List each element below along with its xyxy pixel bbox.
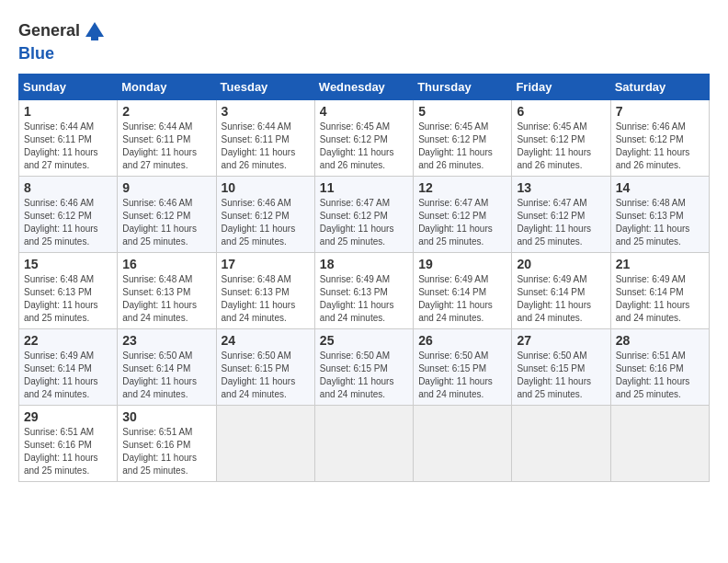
calendar-cell: 18 Sunrise: 6:49 AMSunset: 6:13 PMDaylig… — [314, 252, 413, 328]
day-info: Sunrise: 6:46 AMSunset: 6:12 PMDaylight:… — [122, 198, 197, 247]
calendar-cell — [512, 405, 610, 481]
calendar-cell: 28 Sunrise: 6:51 AMSunset: 6:16 PMDaylig… — [610, 328, 709, 405]
day-number: 8 — [24, 180, 112, 195]
calendar-body: 1 Sunrise: 6:44 AMSunset: 6:11 PMDayligh… — [19, 99, 710, 481]
calendar-cell: 27 Sunrise: 6:50 AMSunset: 6:15 PMDaylig… — [512, 328, 610, 405]
svg-rect-1 — [91, 35, 98, 40]
day-info: Sunrise: 6:51 AMSunset: 6:16 PMDaylight:… — [24, 427, 98, 476]
day-info: Sunrise: 6:51 AMSunset: 6:16 PMDaylight:… — [122, 427, 197, 476]
calendar-cell: 30 Sunrise: 6:51 AMSunset: 6:16 PMDaylig… — [118, 405, 216, 481]
calendar-header-row: SundayMondayTuesdayWednesdayThursdayFrid… — [19, 74, 710, 99]
header: General Blue — [18, 18, 710, 64]
day-number: 4 — [320, 104, 408, 119]
day-info: Sunrise: 6:50 AMSunset: 6:15 PMDaylight:… — [517, 350, 591, 399]
day-number: 25 — [320, 333, 408, 348]
day-info: Sunrise: 6:45 AMSunset: 6:12 PMDaylight:… — [418, 121, 493, 170]
logo: General Blue — [18, 18, 108, 64]
day-number: 15 — [24, 257, 112, 271]
calendar-header-sunday: Sunday — [19, 74, 118, 99]
logo-blue: Blue — [18, 44, 54, 63]
calendar-cell: 15 Sunrise: 6:48 AMSunset: 6:13 PMDaylig… — [19, 252, 118, 328]
day-number: 20 — [517, 257, 605, 271]
calendar-header-thursday: Thursday — [414, 74, 512, 99]
calendar-cell: 17 Sunrise: 6:48 AMSunset: 6:13 PMDaylig… — [216, 252, 314, 328]
day-number: 2 — [122, 104, 210, 119]
day-info: Sunrise: 6:49 AMSunset: 6:14 PMDaylight:… — [517, 274, 591, 323]
day-info: Sunrise: 6:48 AMSunset: 6:13 PMDaylight:… — [24, 274, 98, 323]
calendar-cell: 10 Sunrise: 6:46 AMSunset: 6:12 PMDaylig… — [216, 176, 314, 252]
calendar-cell: 4 Sunrise: 6:45 AMSunset: 6:12 PMDayligh… — [314, 99, 413, 176]
day-number: 23 — [122, 333, 210, 348]
calendar-table: SundayMondayTuesdayWednesdayThursdayFrid… — [18, 74, 710, 482]
day-number: 14 — [616, 180, 704, 195]
day-number: 22 — [24, 333, 112, 348]
calendar-cell: 19 Sunrise: 6:49 AMSunset: 6:14 PMDaylig… — [414, 252, 512, 328]
calendar-cell: 12 Sunrise: 6:47 AMSunset: 6:12 PMDaylig… — [414, 176, 512, 252]
day-number: 26 — [418, 333, 506, 348]
day-number: 16 — [122, 257, 210, 271]
calendar-cell: 29 Sunrise: 6:51 AMSunset: 6:16 PMDaylig… — [19, 405, 118, 481]
day-info: Sunrise: 6:44 AMSunset: 6:11 PMDaylight:… — [222, 121, 296, 170]
calendar-header-monday: Monday — [118, 74, 216, 99]
calendar-cell: 2 Sunrise: 6:44 AMSunset: 6:11 PMDayligh… — [118, 99, 216, 176]
day-number: 24 — [222, 333, 310, 348]
day-number: 9 — [122, 180, 210, 195]
day-info: Sunrise: 6:50 AMSunset: 6:15 PMDaylight:… — [418, 350, 493, 399]
day-info: Sunrise: 6:50 AMSunset: 6:14 PMDaylight:… — [122, 350, 197, 399]
day-number: 17 — [222, 257, 310, 271]
calendar-week-4: 22 Sunrise: 6:49 AMSunset: 6:14 PMDaylig… — [19, 328, 710, 405]
day-info: Sunrise: 6:48 AMSunset: 6:13 PMDaylight:… — [122, 274, 197, 323]
day-info: Sunrise: 6:45 AMSunset: 6:12 PMDaylight:… — [517, 121, 591, 170]
calendar-week-5: 29 Sunrise: 6:51 AMSunset: 6:16 PMDaylig… — [19, 405, 710, 481]
calendar-cell: 21 Sunrise: 6:49 AMSunset: 6:14 PMDaylig… — [610, 252, 709, 328]
calendar-cell: 7 Sunrise: 6:46 AMSunset: 6:12 PMDayligh… — [610, 99, 709, 176]
day-info: Sunrise: 6:47 AMSunset: 6:12 PMDaylight:… — [418, 198, 493, 247]
logo-icon — [82, 18, 108, 44]
day-number: 6 — [517, 104, 605, 119]
day-info: Sunrise: 6:48 AMSunset: 6:13 PMDaylight:… — [616, 198, 690, 247]
day-number: 30 — [122, 409, 210, 424]
calendar-cell: 5 Sunrise: 6:45 AMSunset: 6:12 PMDayligh… — [414, 99, 512, 176]
calendar-cell — [216, 405, 314, 481]
calendar-cell: 23 Sunrise: 6:50 AMSunset: 6:14 PMDaylig… — [118, 328, 216, 405]
day-number: 21 — [616, 257, 704, 271]
day-number: 27 — [517, 333, 605, 348]
day-number: 13 — [517, 180, 605, 195]
day-number: 19 — [418, 257, 506, 271]
calendar-cell — [314, 405, 413, 481]
day-number: 3 — [222, 104, 310, 119]
calendar-header-tuesday: Tuesday — [216, 74, 314, 99]
calendar-week-3: 15 Sunrise: 6:48 AMSunset: 6:13 PMDaylig… — [19, 252, 710, 328]
day-info: Sunrise: 6:47 AMSunset: 6:12 PMDaylight:… — [517, 198, 591, 247]
calendar-cell: 11 Sunrise: 6:47 AMSunset: 6:12 PMDaylig… — [314, 176, 413, 252]
calendar-cell: 26 Sunrise: 6:50 AMSunset: 6:15 PMDaylig… — [414, 328, 512, 405]
day-info: Sunrise: 6:46 AMSunset: 6:12 PMDaylight:… — [222, 198, 296, 247]
day-info: Sunrise: 6:44 AMSunset: 6:11 PMDaylight:… — [122, 121, 197, 170]
day-info: Sunrise: 6:49 AMSunset: 6:14 PMDaylight:… — [616, 274, 690, 323]
day-number: 11 — [320, 180, 408, 195]
calendar-cell: 22 Sunrise: 6:49 AMSunset: 6:14 PMDaylig… — [19, 328, 118, 405]
day-info: Sunrise: 6:51 AMSunset: 6:16 PMDaylight:… — [616, 350, 690, 399]
day-number: 29 — [24, 409, 112, 424]
day-number: 18 — [320, 257, 408, 271]
day-number: 1 — [24, 104, 112, 119]
calendar-cell: 16 Sunrise: 6:48 AMSunset: 6:13 PMDaylig… — [118, 252, 216, 328]
calendar-header-saturday: Saturday — [610, 74, 709, 99]
calendar-header-friday: Friday — [512, 74, 610, 99]
day-info: Sunrise: 6:48 AMSunset: 6:13 PMDaylight:… — [222, 274, 296, 323]
calendar-cell: 25 Sunrise: 6:50 AMSunset: 6:15 PMDaylig… — [314, 328, 413, 405]
day-info: Sunrise: 6:46 AMSunset: 6:12 PMDaylight:… — [616, 121, 690, 170]
day-number: 7 — [616, 104, 704, 119]
calendar-cell: 1 Sunrise: 6:44 AMSunset: 6:11 PMDayligh… — [19, 99, 118, 176]
calendar-cell — [610, 405, 709, 481]
logo-general: General — [18, 21, 80, 41]
day-info: Sunrise: 6:49 AMSunset: 6:14 PMDaylight:… — [24, 350, 98, 399]
calendar-cell: 20 Sunrise: 6:49 AMSunset: 6:14 PMDaylig… — [512, 252, 610, 328]
day-number: 10 — [222, 180, 310, 195]
calendar-cell: 13 Sunrise: 6:47 AMSunset: 6:12 PMDaylig… — [512, 176, 610, 252]
calendar-cell: 6 Sunrise: 6:45 AMSunset: 6:12 PMDayligh… — [512, 99, 610, 176]
svg-marker-0 — [85, 22, 104, 37]
calendar-cell: 14 Sunrise: 6:48 AMSunset: 6:13 PMDaylig… — [610, 176, 709, 252]
day-info: Sunrise: 6:47 AMSunset: 6:12 PMDaylight:… — [320, 198, 394, 247]
day-info: Sunrise: 6:50 AMSunset: 6:15 PMDaylight:… — [222, 350, 296, 399]
